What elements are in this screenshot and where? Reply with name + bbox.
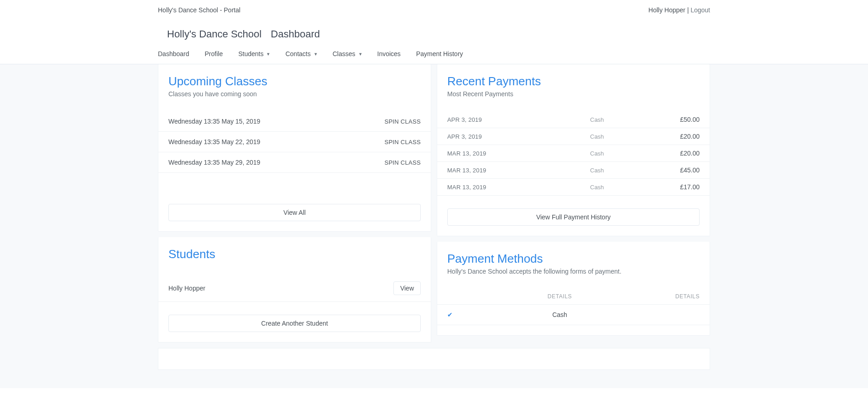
class-name: SPIN CLASS [384, 118, 421, 125]
check-icon: ✔ [447, 311, 475, 318]
nav-classes[interactable]: Classes ▾ [333, 50, 362, 57]
payment-date: MAR 13, 2019 [447, 184, 590, 191]
payment-amount: £50.00 [645, 116, 700, 123]
payment-method: Cash [590, 167, 645, 174]
payment-method: Cash [590, 133, 645, 140]
nav-classes-label: Classes [333, 50, 356, 57]
upcoming-row[interactable]: Wednesday 13:35 May 15, 2019 SPIN CLASS [158, 111, 431, 132]
payment-method-row: ✔ Cash [437, 305, 710, 325]
upcoming-row[interactable]: Wednesday 13:35 May 22, 2019 SPIN CLASS [158, 132, 431, 152]
class-name: SPIN CLASS [384, 159, 421, 166]
upcoming-classes-card: Upcoming Classes Classes you have coming… [158, 64, 431, 232]
payment-amount: £20.00 [645, 150, 700, 157]
payments-subtitle: Most Recent Payments [437, 90, 710, 111]
payment-date: APR 3, 2019 [447, 133, 590, 140]
create-student-button[interactable]: Create Another Student [168, 315, 421, 332]
class-datetime: Wednesday 13:35 May 22, 2019 [168, 138, 260, 145]
payment-method-name: Cash [475, 311, 645, 318]
payment-row[interactable]: MAR 13, 2019 Cash £17.00 [437, 179, 710, 196]
chevron-down-icon: ▾ [267, 51, 270, 57]
chevron-down-icon: ▾ [314, 51, 317, 57]
pm-col-details: DETAILS [645, 293, 700, 300]
user-area: Holly Hopper | Logout [648, 6, 710, 14]
upcoming-subtitle: Classes you have coming soon [158, 90, 431, 111]
class-datetime: Wednesday 13:35 May 29, 2019 [168, 159, 260, 166]
lower-card [158, 348, 710, 370]
view-full-payment-history-button[interactable]: View Full Payment History [447, 208, 700, 226]
class-datetime: Wednesday 13:35 May 15, 2019 [168, 118, 260, 125]
main-nav: Dashboard Profile Students ▾ Contacts ▾ … [158, 40, 710, 64]
upcoming-title: Upcoming Classes [158, 74, 431, 90]
student-name: Holly Hopper [168, 285, 205, 292]
payment-amount: £20.00 [645, 133, 700, 140]
payment-methods-header: DETAILS DETAILS [437, 289, 710, 305]
payment-methods-title: Payment Methods [437, 252, 710, 268]
view-student-button[interactable]: View [393, 281, 421, 295]
separator: | [685, 6, 690, 14]
portal-brand[interactable]: Holly's Dance School - Portal [158, 6, 241, 14]
payment-method: Cash [590, 150, 645, 157]
nav-students-label: Students [238, 50, 263, 57]
view-all-classes-button[interactable]: View All [168, 204, 421, 221]
payment-method: Cash [590, 184, 645, 191]
payment-methods-subtitle: Holly's Dance School accepts the followi… [437, 268, 710, 289]
payment-date: APR 3, 2019 [447, 116, 590, 123]
payment-row[interactable]: MAR 13, 2019 Cash £45.00 [437, 162, 710, 179]
students-title: Students [158, 247, 431, 263]
payment-row[interactable]: MAR 13, 2019 Cash £20.00 [437, 145, 710, 162]
nav-dashboard[interactable]: Dashboard [158, 50, 189, 57]
payment-method: Cash [590, 116, 645, 123]
payment-amount: £17.00 [645, 183, 700, 191]
school-name: Holly's Dance School [167, 28, 261, 40]
payment-row[interactable]: APR 3, 2019 Cash £20.00 [437, 128, 710, 145]
nav-invoices[interactable]: Invoices [377, 50, 401, 57]
section-name: Dashboard [271, 28, 320, 40]
payments-title: Recent Payments [437, 74, 710, 90]
user-name: Holly Hopper [648, 6, 685, 14]
nav-contacts[interactable]: Contacts ▾ [285, 50, 317, 57]
payment-date: MAR 13, 2019 [447, 167, 590, 174]
nav-profile[interactable]: Profile [205, 50, 223, 57]
chevron-down-icon: ▾ [359, 51, 362, 57]
payment-row[interactable]: APR 3, 2019 Cash £50.00 [437, 111, 710, 128]
upcoming-row[interactable]: Wednesday 13:35 May 29, 2019 SPIN CLASS [158, 152, 431, 173]
nav-students[interactable]: Students ▾ [238, 50, 270, 57]
logout-link[interactable]: Logout [690, 6, 710, 14]
nav-contacts-label: Contacts [285, 50, 310, 57]
payment-methods-card: Payment Methods Holly's Dance School acc… [437, 242, 710, 336]
payment-date: MAR 13, 2019 [447, 150, 590, 157]
class-name: SPIN CLASS [384, 139, 421, 145]
page-title: Holly's Dance School Dashboard [167, 28, 320, 40]
payment-amount: £45.00 [645, 166, 700, 174]
students-card: Students Holly Hopper View Create Anothe… [158, 237, 431, 343]
recent-payments-card: Recent Payments Most Recent Payments APR… [437, 64, 710, 236]
student-row: Holly Hopper View [158, 275, 431, 302]
nav-payment-history[interactable]: Payment History [416, 50, 463, 57]
pm-col-details: DETAILS [475, 293, 645, 300]
